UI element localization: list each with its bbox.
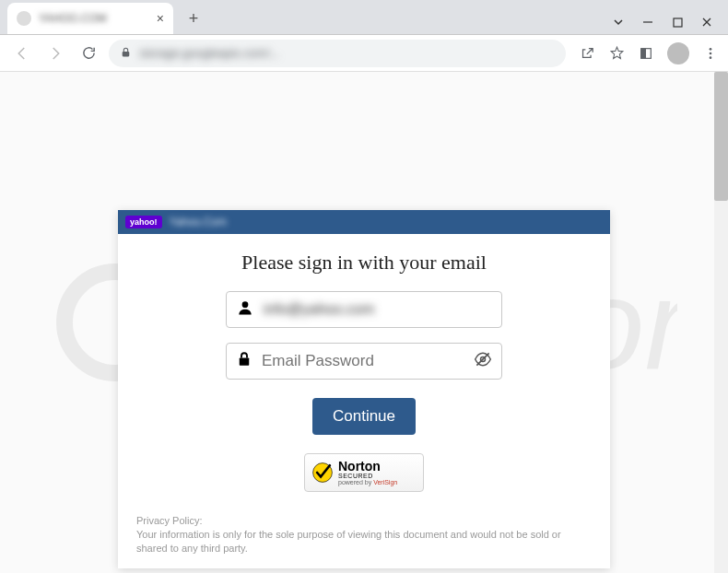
extensions-icon[interactable] — [638, 45, 654, 62]
norton-name: Norton — [338, 460, 397, 473]
norton-check-icon — [311, 461, 335, 485]
svg-point-7 — [710, 56, 712, 59]
toggle-password-visibility-icon[interactable] — [474, 350, 492, 372]
reload-button[interactable] — [76, 41, 101, 66]
login-card: yahoo! Yahoo.Com Please sign in with you… — [118, 210, 610, 568]
svg-rect-4 — [641, 48, 646, 58]
password-input[interactable] — [262, 352, 464, 370]
norton-seal[interactable]: Norton SECURED powered by VeriSign — [304, 453, 424, 492]
svg-point-5 — [710, 48, 712, 51]
menu-icon[interactable] — [702, 45, 719, 62]
minimize-button[interactable] — [641, 16, 654, 29]
card-body: Please sign in with your email info@yaho… — [118, 234, 610, 510]
scrollbar-thumb[interactable] — [714, 72, 728, 201]
privacy-heading: Privacy Policy: — [136, 514, 592, 528]
email-value: info@yahoo.com — [264, 301, 492, 318]
browser-tab[interactable]: YAHOO.COM × — [7, 3, 173, 34]
page-content: crisk.com yahoo! Yahoo.Com Please sign i… — [0, 72, 728, 573]
forward-button[interactable] — [42, 41, 68, 66]
privacy-policy: Privacy Policy: Your information is only… — [118, 510, 610, 568]
svg-point-12 — [242, 301, 249, 308]
norton-text: Norton SECURED powered by VeriSign — [338, 460, 397, 485]
star-icon[interactable] — [608, 45, 625, 62]
back-button[interactable] — [9, 41, 35, 66]
tab-favicon — [17, 11, 31, 26]
password-field[interactable] — [226, 343, 502, 380]
privacy-body: Your information is only for the sole pu… — [136, 528, 592, 555]
tab-title: YAHOO.COM — [39, 12, 151, 25]
vertical-scrollbar[interactable] — [714, 72, 728, 573]
browser-toolbar: storage.googleapis.com/... — [0, 35, 728, 72]
share-icon[interactable] — [579, 45, 595, 62]
norton-powered-by: powered by VeriSign — [338, 479, 397, 485]
person-icon — [236, 298, 254, 321]
card-header-text: Yahoo.Com — [170, 216, 227, 228]
profile-avatar[interactable] — [667, 42, 689, 64]
window-controls — [612, 16, 728, 34]
norton-secured: SECURED — [338, 473, 397, 479]
new-tab-button[interactable]: + — [181, 6, 206, 31]
close-window-button[interactable] — [700, 16, 713, 29]
svg-point-6 — [710, 52, 712, 54]
svg-rect-2 — [123, 51, 130, 55]
lock-icon — [236, 351, 252, 371]
maximize-button[interactable] — [671, 16, 684, 29]
continue-button[interactable]: Continue — [312, 398, 416, 435]
caret-down-icon[interactable] — [612, 16, 625, 29]
card-title: Please sign in with your email — [136, 251, 592, 275]
browser-tab-strip: YAHOO.COM × + — [0, 0, 728, 35]
svg-rect-13 — [240, 358, 250, 366]
svg-rect-1 — [674, 18, 682, 27]
url-text: storage.googleapis.com/... — [139, 46, 555, 60]
toolbar-actions — [573, 42, 719, 64]
email-field[interactable]: info@yahoo.com — [226, 291, 502, 328]
lock-icon — [120, 45, 132, 62]
yahoo-badge: yahoo! — [125, 216, 162, 228]
address-bar[interactable]: storage.googleapis.com/... — [109, 40, 566, 67]
tab-close-button[interactable]: × — [157, 11, 164, 26]
card-header: yahoo! Yahoo.Com — [118, 210, 610, 234]
